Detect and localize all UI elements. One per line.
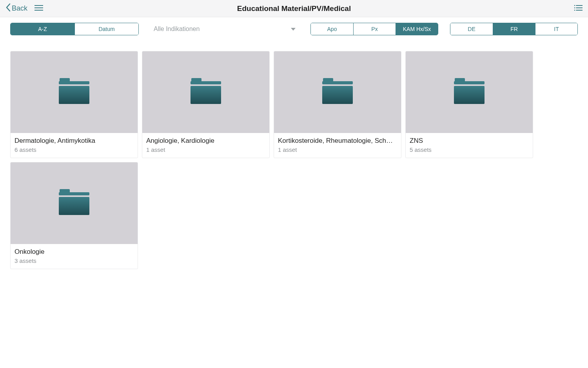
menu-icon	[34, 5, 43, 12]
language-segmented-control: DE FR IT	[450, 23, 578, 35]
folder-info: Angiologie, Kardiologie1 asset	[142, 133, 269, 158]
folder-thumbnail	[406, 51, 533, 133]
svg-rect-13	[191, 86, 221, 104]
folder-title: ZNS	[410, 137, 529, 145]
sort-az[interactable]: A-Z	[11, 23, 74, 35]
svg-point-5	[574, 7, 575, 9]
svg-rect-17	[454, 86, 485, 104]
folder-card[interactable]: Dermatologie, Antimykotika6 assets	[10, 51, 138, 158]
folder-card[interactable]: Kortikosteroide, Rheumatologie, Schme…1 …	[274, 51, 401, 158]
folder-info: Onkologie3 assets	[11, 244, 138, 269]
folder-thumbnail	[274, 51, 401, 133]
folder-info: Kortikosteroide, Rheumatologie, Schme…1 …	[274, 133, 401, 158]
menu-button[interactable]	[34, 5, 43, 12]
folder-card[interactable]: Angiologie, Kardiologie1 asset	[142, 51, 270, 158]
folder-thumbnail	[11, 162, 138, 244]
folder-icon	[191, 78, 221, 106]
svg-rect-18	[59, 192, 89, 195]
folder-title: Onkologie	[15, 248, 134, 256]
header-bar: Back Educational Material/PV/Medical	[0, 0, 588, 17]
channel-kam[interactable]: KAM Hx/Sx	[396, 23, 438, 35]
chevron-down-icon	[291, 26, 296, 32]
back-button[interactable]: Back	[5, 3, 27, 14]
chevron-left-icon	[5, 3, 12, 14]
folder-title: Angiologie, Kardiologie	[146, 137, 265, 145]
channel-px[interactable]: Px	[353, 23, 396, 35]
svg-rect-10	[59, 81, 89, 84]
svg-rect-11	[59, 86, 89, 104]
list-icon	[574, 4, 583, 13]
svg-marker-9	[291, 28, 296, 31]
folder-info: Dermatologie, Antimykotika6 assets	[11, 133, 138, 158]
folder-card[interactable]: Onkologie3 assets	[10, 162, 138, 269]
filter-bar: A-Z Datum Alle Indikationen Apo Px KAM H…	[0, 17, 588, 41]
svg-rect-15	[322, 86, 353, 104]
folder-grid: Dermatologie, Antimykotika6 assets Angio…	[0, 41, 588, 279]
svg-rect-16	[454, 81, 485, 84]
folder-subtitle: 3 assets	[15, 257, 134, 264]
folder-title: Kortikosteroide, Rheumatologie, Schme…	[278, 137, 397, 145]
channel-apo[interactable]: Apo	[311, 23, 353, 35]
lang-fr[interactable]: FR	[493, 23, 535, 35]
folder-subtitle: 1 asset	[146, 146, 265, 153]
page-title: Educational Material/PV/Medical	[237, 4, 351, 13]
folder-info: ZNS5 assets	[406, 133, 533, 158]
folder-icon	[59, 78, 89, 106]
folder-subtitle: 5 assets	[410, 146, 529, 153]
indication-dropdown-label: Alle Indikationen	[154, 26, 200, 33]
svg-point-7	[574, 10, 575, 11]
folder-subtitle: 6 assets	[15, 146, 134, 153]
sort-segmented-control: A-Z Datum	[10, 23, 139, 35]
list-view-button[interactable]	[574, 4, 583, 13]
svg-point-3	[574, 5, 575, 6]
folder-thumbnail	[11, 51, 138, 133]
folder-subtitle: 1 asset	[278, 146, 397, 153]
folder-title: Dermatologie, Antimykotika	[15, 137, 134, 145]
lang-it[interactable]: IT	[535, 23, 577, 35]
svg-rect-12	[191, 81, 221, 84]
folder-icon	[454, 78, 485, 106]
svg-rect-19	[59, 197, 89, 215]
folder-icon	[59, 189, 89, 217]
back-label: Back	[12, 4, 27, 13]
indication-dropdown[interactable]: Alle Indikationen	[147, 23, 303, 35]
folder-thumbnail	[142, 51, 269, 133]
channel-segmented-control: Apo Px KAM Hx/Sx	[310, 23, 438, 35]
folder-card[interactable]: ZNS5 assets	[405, 51, 533, 158]
svg-rect-14	[322, 81, 353, 84]
sort-date[interactable]: Datum	[74, 23, 138, 35]
folder-icon	[322, 78, 353, 106]
lang-de[interactable]: DE	[450, 23, 493, 35]
